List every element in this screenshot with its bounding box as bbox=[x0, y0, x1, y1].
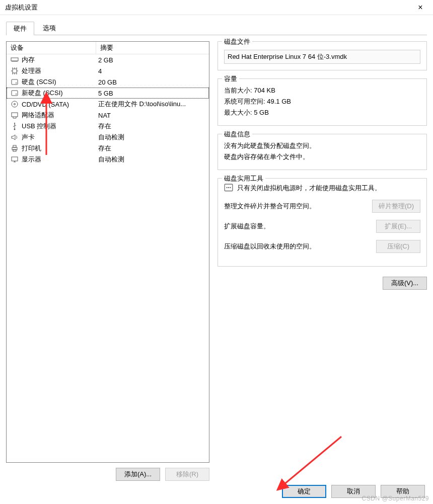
group-title: 磁盘实用工具 bbox=[222, 174, 265, 183]
watermark: CSDN @SuperMan529 bbox=[362, 495, 429, 502]
svg-point-16 bbox=[227, 187, 228, 188]
disk-icon bbox=[11, 78, 19, 86]
device-name: 内存 bbox=[22, 55, 35, 64]
svg-point-6 bbox=[12, 101, 18, 107]
svg-point-5 bbox=[16, 94, 17, 95]
title-bar: 虚拟机设置 × bbox=[0, 0, 433, 15]
utility-tip: 只有关闭虚拟机电源时，才能使用磁盘实用工具。 bbox=[224, 184, 420, 193]
device-buttons: 添加(A)... 移除(R) bbox=[6, 468, 209, 481]
compact-button: 压缩(C) bbox=[376, 240, 420, 253]
advanced-row: 高级(V)... bbox=[218, 277, 427, 290]
tab-hardware[interactable]: 硬件 bbox=[6, 22, 34, 35]
device-name: 处理器 bbox=[22, 66, 41, 75]
svg-rect-12 bbox=[13, 145, 16, 147]
device-summary: 自动检测 bbox=[96, 133, 209, 142]
device-row-display[interactable]: 显示器自动检测 bbox=[7, 154, 209, 165]
device-list-header: 设备 摘要 bbox=[7, 42, 209, 54]
device-summary: 4 bbox=[96, 67, 209, 75]
window-title: 虚拟机设置 bbox=[5, 3, 413, 12]
info-icon bbox=[224, 184, 233, 193]
svg-rect-0 bbox=[11, 58, 18, 61]
tab-strip: 硬件 选项 bbox=[0, 15, 433, 35]
device-row-nic[interactable]: 网络适配器NAT bbox=[7, 110, 209, 121]
utility-expand-row: 扩展磁盘容量。 扩展(E)... bbox=[224, 220, 420, 233]
svg-rect-8 bbox=[12, 113, 18, 117]
main-area: 设备 摘要 内存2 GB处理器4硬盘 (SCSI)20 GB新硬盘 (SCSI)… bbox=[0, 35, 433, 487]
device-name: 打印机 bbox=[22, 144, 41, 153]
device-summary: 自动检测 bbox=[96, 155, 209, 164]
group-disk-info: 磁盘信息 没有为此硬盘预分配磁盘空间。 硬盘内容存储在单个文件中。 bbox=[218, 134, 427, 170]
svg-point-9 bbox=[14, 129, 16, 130]
device-row-audio[interactable]: 声卡自动检测 bbox=[7, 132, 209, 143]
disk-icon bbox=[11, 89, 19, 97]
device-list[interactable]: 设备 摘要 内存2 GB处理器4硬盘 (SCSI)20 GB新硬盘 (SCSI)… bbox=[6, 41, 209, 463]
device-row-memory[interactable]: 内存2 GB bbox=[7, 54, 209, 65]
capacity-current: 当前大小: 704 KB bbox=[224, 86, 420, 95]
svg-rect-14 bbox=[12, 157, 18, 161]
svg-point-7 bbox=[14, 104, 16, 105]
svg-point-17 bbox=[228, 187, 229, 188]
utility-compact-row: 压缩磁盘以回收未使用的空间。 压缩(C) bbox=[224, 240, 420, 253]
utility-defrag-row: 整理文件碎片并整合可用空间。 碎片整理(D) bbox=[224, 200, 420, 213]
ok-button[interactable]: 确定 bbox=[282, 485, 326, 498]
device-summary: 2 GB bbox=[96, 56, 209, 64]
device-name: 显示器 bbox=[22, 155, 41, 164]
capacity-free: 系统可用空间: 49.1 GB bbox=[224, 97, 420, 106]
close-icon[interactable]: × bbox=[413, 0, 428, 15]
advanced-button[interactable]: 高级(V)... bbox=[383, 277, 427, 290]
device-name: CD/DVD (SATA) bbox=[22, 101, 69, 108]
svg-point-10 bbox=[14, 123, 15, 124]
device-summary: 正在使用文件 D:\tool\iso\linu... bbox=[96, 100, 209, 109]
device-name: 新硬盘 (SCSI) bbox=[22, 89, 63, 98]
device-summary: 20 GB bbox=[96, 78, 209, 86]
device-row-printer[interactable]: 打印机存在 bbox=[7, 143, 209, 154]
group-disk-utilities: 磁盘实用工具 只有关闭虚拟机电源时，才能使用磁盘实用工具。 整理文件碎片并整合可… bbox=[218, 178, 427, 267]
device-name: USB 控制器 bbox=[22, 122, 56, 131]
device-name: 网络适配器 bbox=[22, 111, 54, 120]
audio-icon bbox=[11, 133, 19, 141]
device-summary: 5 GB bbox=[96, 90, 209, 97]
group-title: 容量 bbox=[222, 74, 239, 83]
add-button[interactable]: 添加(A)... bbox=[116, 468, 160, 481]
svg-rect-2 bbox=[12, 79, 18, 85]
cd-icon bbox=[11, 100, 19, 108]
printer-icon bbox=[11, 144, 19, 152]
device-row-usb[interactable]: USB 控制器存在 bbox=[7, 121, 209, 132]
cpu-icon bbox=[11, 67, 19, 75]
display-icon bbox=[11, 155, 19, 163]
remove-button: 移除(R) bbox=[165, 468, 209, 481]
nic-icon bbox=[11, 111, 19, 119]
device-summary: NAT bbox=[96, 112, 209, 119]
col-summary: 摘要 bbox=[96, 42, 209, 54]
col-device: 设备 bbox=[7, 42, 96, 54]
device-name: 声卡 bbox=[22, 133, 35, 142]
device-row-disk[interactable]: 新硬盘 (SCSI)5 GB bbox=[7, 88, 209, 99]
group-disk-file: 磁盘文件 Red Hat Enterprise Linux 7 64 位-3.v… bbox=[218, 41, 427, 70]
group-title: 磁盘信息 bbox=[222, 130, 252, 139]
device-name: 硬盘 (SCSI) bbox=[22, 77, 56, 87]
svg-point-18 bbox=[230, 187, 231, 188]
memory-icon bbox=[11, 56, 19, 64]
left-panel: 设备 摘要 内存2 GB处理器4硬盘 (SCSI)20 GB新硬盘 (SCSI)… bbox=[6, 41, 209, 481]
svg-rect-1 bbox=[13, 69, 17, 73]
info-line: 没有为此硬盘预分配磁盘空间。 bbox=[224, 141, 420, 150]
svg-rect-4 bbox=[12, 91, 18, 96]
device-row-cd[interactable]: CD/DVD (SATA)正在使用文件 D:\tool\iso\linu... bbox=[7, 99, 209, 110]
group-capacity: 容量 当前大小: 704 KB 系统可用空间: 49.1 GB 最大大小: 5 … bbox=[218, 78, 427, 126]
device-summary: 存在 bbox=[96, 144, 209, 153]
usb-icon bbox=[11, 122, 19, 130]
info-line: 硬盘内容存储在单个文件中。 bbox=[224, 152, 420, 161]
defrag-button: 碎片整理(D) bbox=[372, 200, 420, 213]
tab-options[interactable]: 选项 bbox=[35, 21, 63, 35]
device-row-cpu[interactable]: 处理器4 bbox=[7, 65, 209, 76]
disk-file-field[interactable]: Red Hat Enterprise Linux 7 64 位-3.vmdk bbox=[224, 50, 420, 64]
expand-button: 扩展(E)... bbox=[376, 220, 420, 233]
svg-point-3 bbox=[16, 82, 17, 83]
device-summary: 存在 bbox=[96, 122, 209, 131]
device-row-disk[interactable]: 硬盘 (SCSI)20 GB bbox=[7, 76, 209, 88]
group-title: 磁盘文件 bbox=[222, 37, 252, 46]
capacity-max: 最大大小: 5 GB bbox=[224, 108, 420, 117]
right-panel: 磁盘文件 Red Hat Enterprise Linux 7 64 位-3.v… bbox=[218, 41, 427, 481]
